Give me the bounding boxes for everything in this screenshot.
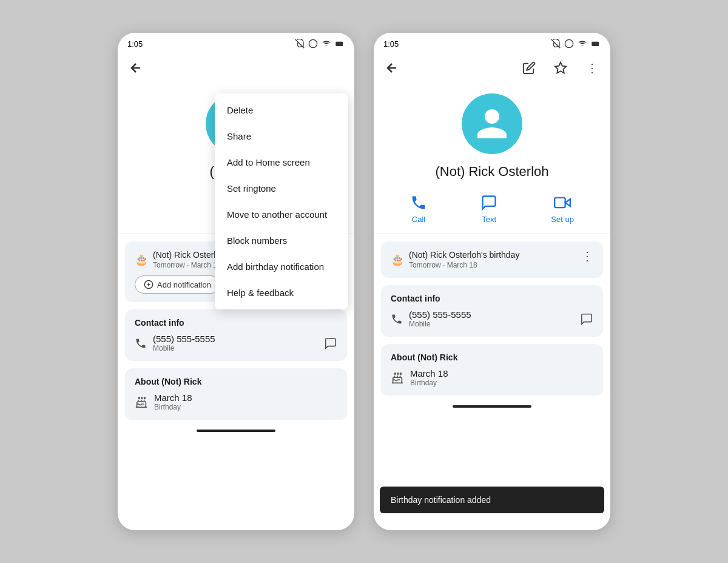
status-icons-left	[295, 39, 345, 49]
about-title-right: About (Not) Rick	[391, 352, 593, 362]
battery-icon-r	[591, 39, 601, 49]
about-birthday-right: March 18 Birthday	[410, 368, 448, 387]
birthday-section-right: 🎂 (Not) Rick Osterloh's birthday Tomorro…	[381, 241, 603, 278]
dropdown-help[interactable]: Help & feedback	[215, 280, 348, 306]
svg-rect-4	[336, 42, 342, 46]
about-row-right: March 18 Birthday	[391, 368, 593, 387]
circle-icon-r	[564, 39, 574, 49]
contact-info-left-left: (555) 555-5555 Mobile	[135, 334, 215, 352]
left-phone: 1:05 (Not) Ric Call	[118, 33, 354, 530]
status-bar-right: 1:05	[374, 33, 610, 52]
about-title-left: About (Not) Rick	[135, 377, 337, 386]
circle-icon	[308, 39, 318, 49]
add-notif-icon	[144, 280, 153, 289]
wifi-icon	[322, 39, 331, 49]
avatar-section-right	[374, 84, 610, 159]
birthday-row-right: 🎂 (Not) Rick Osterloh's birthday Tomorro…	[391, 250, 593, 269]
phone-small-icon-left	[135, 337, 147, 349]
video-icon-right	[554, 194, 571, 211]
text-icon-right	[480, 194, 497, 211]
status-icons-right	[551, 39, 601, 49]
snackbar-text-right: Birthday notification added	[391, 495, 491, 505]
contact-info-title-left: Contact info	[135, 318, 337, 328]
dropdown-birthday-notif[interactable]: Add birthday notification	[215, 254, 348, 280]
birthday-date-right: Tomorrow · March 18	[409, 261, 519, 269]
svg-point-10	[565, 39, 573, 47]
star-button-right[interactable]	[550, 57, 571, 79]
more-dots-icon-r: ⋮	[586, 61, 598, 75]
svg-marker-14	[555, 62, 566, 73]
message-icon-right[interactable]	[580, 312, 593, 326]
contact-info-title-right: Contact info	[391, 294, 593, 303]
svg-point-1	[309, 39, 317, 47]
bell-off-icon	[295, 39, 305, 49]
time-right: 1:05	[383, 39, 399, 49]
top-bar-left	[118, 52, 354, 84]
about-label-left: Birthday	[154, 403, 192, 411]
status-bar-left: 1:05	[118, 33, 354, 52]
home-indicator-right	[453, 405, 531, 408]
home-indicator-left	[197, 430, 275, 432]
phone-icon-right	[410, 194, 427, 211]
right-phone: 1:05 ⋮	[374, 33, 610, 530]
top-bar-actions-right: ⋮	[518, 57, 603, 79]
about-section-left: About (Not) Rick March 18 Birthday	[125, 368, 347, 420]
contact-info-section-left: Contact info (555) 555-5555 Mobile	[125, 309, 347, 361]
add-notif-label: Add notification	[157, 280, 211, 289]
contact-info-row-left: (555) 555-5555 Mobile	[135, 334, 337, 352]
text-label-right: Text	[482, 215, 496, 224]
contact-info-row-right: (555) 555-5555 Mobile	[391, 309, 593, 328]
about-label-right: Birthday	[410, 379, 448, 387]
back-button-left[interactable]	[125, 57, 147, 79]
text-action-right[interactable]: Text	[480, 194, 497, 224]
message-icon-left[interactable]	[324, 337, 337, 350]
about-date-left: March 18	[154, 393, 192, 403]
back-arrow-icon	[129, 61, 143, 75]
birthday-name-right: (Not) Rick Osterloh's birthday	[409, 250, 519, 260]
dropdown-menu: Delete Share Add to Home screen Set ring…	[215, 93, 348, 309]
svg-rect-16	[554, 198, 565, 207]
top-bar-right: ⋮	[374, 52, 610, 84]
call-label-right: Call	[412, 215, 425, 224]
contact-name-right: (Not) Rick Osterloh	[374, 159, 610, 189]
svg-marker-15	[565, 199, 570, 206]
cake-icon-right	[391, 371, 404, 385]
phone-type-right: Mobile	[409, 320, 471, 328]
birthday-more-right[interactable]: ⋮	[581, 250, 593, 262]
dropdown-block[interactable]: Block numbers	[215, 228, 348, 254]
edit-icon-r	[522, 61, 536, 75]
birthday-left-right: 🎂 (Not) Rick Osterloh's birthday Tomorro…	[391, 250, 519, 269]
phone-number-right: (555) 555-5555	[409, 309, 471, 320]
about-section-right: About (Not) Rick March 18 Birthday	[381, 344, 603, 396]
setup-label-right: Set up	[551, 215, 574, 224]
phone-info-left: (555) 555-5555 Mobile	[153, 334, 215, 352]
person-icon-r	[474, 106, 510, 142]
back-arrow-icon-r	[385, 61, 399, 75]
edit-button-right[interactable]	[518, 57, 540, 79]
setup-action-right[interactable]: Set up	[551, 194, 574, 224]
add-notification-button-left[interactable]: Add notification	[135, 275, 220, 294]
phone-info-right: (555) 555-5555 Mobile	[409, 309, 471, 328]
dropdown-move-account[interactable]: Move to another account	[215, 201, 348, 228]
dropdown-delete[interactable]: Delete	[215, 97, 348, 123]
phone-small-icon-right	[391, 313, 403, 325]
bell-off-icon-r	[551, 39, 561, 49]
about-birthday-left: March 18 Birthday	[154, 393, 192, 411]
more-button-right[interactable]: ⋮	[581, 57, 603, 79]
dropdown-add-home[interactable]: Add to Home screen	[215, 149, 348, 175]
birthday-text-right: (Not) Rick Osterloh's birthday Tomorrow …	[409, 250, 519, 269]
call-action-right[interactable]: Call	[410, 194, 427, 224]
avatar-right	[462, 93, 522, 154]
cake-icon-left	[135, 396, 148, 409]
about-row-left: March 18 Birthday	[135, 393, 337, 411]
contact-info-left-right: (555) 555-5555 Mobile	[391, 309, 471, 328]
time-left: 1:05	[127, 39, 143, 49]
dropdown-share[interactable]: Share	[215, 123, 348, 149]
birthday-emoji-right: 🎂	[391, 253, 404, 266]
dropdown-ringtone[interactable]: Set ringtone	[215, 175, 348, 201]
star-icon-r	[554, 61, 567, 75]
battery-icon	[335, 39, 345, 49]
back-button-right[interactable]	[381, 57, 403, 79]
wifi-icon-r	[578, 39, 587, 49]
snackbar-right: Birthday notification added	[380, 487, 604, 513]
